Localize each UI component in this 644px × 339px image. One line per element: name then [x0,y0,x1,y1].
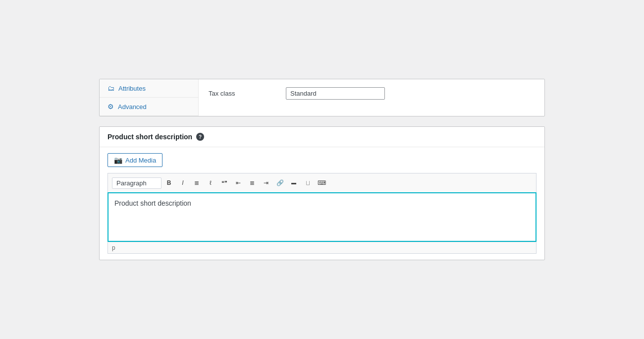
add-media-button[interactable]: 📷 Add Media [107,153,162,167]
keyboard-shortcuts-button[interactable]: ⌨ [315,176,328,189]
product-data-table: 🗂 Attributes ⚙ Advanced Tax class [100,79,544,116]
ordered-list-icon: ℓ [210,180,212,186]
tab-advanced-label: Advanced [118,103,147,111]
add-media-label: Add Media [125,157,156,164]
tax-class-input[interactable] [286,87,385,100]
horizontal-rule-icon: ▬ [291,180,296,185]
tab-attributes-label: Attributes [118,85,146,92]
ordered-list-button[interactable]: ℓ [204,176,217,189]
product-data-panel: 🗂 Attributes ⚙ Advanced Tax class [99,79,545,116]
tax-class-row: Tax class [209,87,535,100]
fullscreen-icon: ⨆ [306,180,310,186]
bold-icon: B [167,180,171,186]
panel-header: Product short description ? [100,127,544,147]
paragraph-select[interactable]: Paragraph Heading 1 Heading 2 Heading 3 [112,177,161,189]
panel-body: 📷 Add Media Paragraph Heading 1 Heading … [100,147,544,260]
short-description-panel: Product short description ? 📷 Add Media … [99,126,545,260]
editor-text: Product short description [114,199,191,207]
align-left-icon: ⇤ [236,180,241,186]
italic-button[interactable]: I [176,176,189,189]
unordered-list-button[interactable]: ≣ [190,176,203,189]
align-center-button[interactable]: ≣ [246,176,259,189]
italic-icon: I [182,180,183,186]
tabs-sidebar: 🗂 Attributes ⚙ Advanced [100,79,199,116]
fullscreen-button[interactable]: ⨆ [301,176,314,189]
link-icon: 🔗 [276,180,284,186]
advanced-icon: ⚙ [107,103,114,111]
attributes-icon: 🗂 [107,84,114,92]
keyboard-icon: ⌨ [318,180,326,186]
paragraph-select-wrap: Paragraph Heading 1 Heading 2 Heading 3 [112,177,161,189]
align-right-button[interactable]: ⇥ [260,176,272,189]
align-left-button[interactable]: ⇤ [232,176,245,189]
tab-attributes[interactable]: 🗂 Attributes [100,79,198,98]
tab-advanced[interactable]: ⚙ Advanced [100,98,198,116]
blockquote-button[interactable]: ❝❞ [218,176,231,189]
link-button[interactable]: 🔗 [273,176,286,189]
panel-title: Product short description [107,133,192,141]
tax-class-label: Tax class [209,90,278,97]
page-wrapper: 🗂 Attributes ⚙ Advanced Tax class Produc… [99,69,545,270]
editor-content-area[interactable]: Product short description [107,192,537,242]
align-right-icon: ⇥ [264,180,268,186]
media-icon: 📷 [114,156,122,164]
bold-button[interactable]: B [162,176,175,189]
align-center-icon: ≣ [250,180,255,186]
editor-toolbar: Paragraph Heading 1 Heading 2 Heading 3 … [107,173,537,192]
blockquote-icon: ❝❞ [221,180,227,186]
editor-statusbar: p [107,242,537,254]
unordered-list-icon: ≣ [194,180,199,186]
tax-class-content: Tax class [199,79,544,116]
statusbar-tag: p [112,244,115,251]
horizontal-rule-button[interactable]: ▬ [287,176,300,189]
help-icon[interactable]: ? [196,133,204,141]
